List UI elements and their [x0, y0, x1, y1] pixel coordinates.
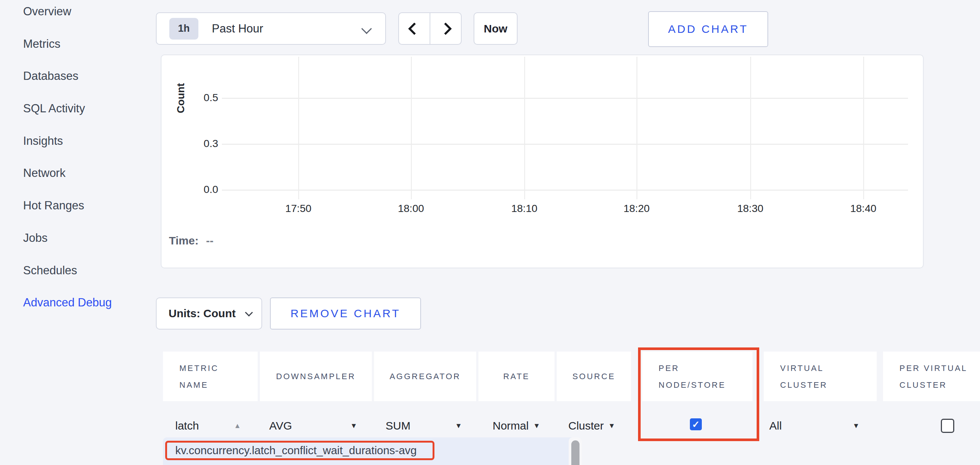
- x-axis-tick: 18:30: [724, 203, 776, 214]
- sidebar-item-hot-ranges[interactable]: Hot Ranges: [23, 199, 150, 232]
- chevron-down-icon: [245, 308, 253, 316]
- aggregator-select[interactable]: SUM ▼: [386, 417, 462, 435]
- gridline: [863, 57, 864, 199]
- column-header-metric-name: METRIC NAME: [163, 352, 258, 401]
- column-header-aggregator: AGGREGATOR: [374, 352, 476, 401]
- rate-select[interactable]: Normal ▼: [493, 417, 540, 435]
- check-icon: ✓: [692, 419, 700, 430]
- time-readout-value: --: [206, 234, 213, 247]
- sidebar-item-advanced-debug[interactable]: Advanced Debug: [23, 296, 150, 328]
- virtual-cluster-select[interactable]: All ▼: [769, 417, 859, 435]
- time-range-selector[interactable]: 1h Past Hour: [156, 12, 386, 45]
- per-node-store-checkbox[interactable]: ✓: [690, 419, 702, 430]
- add-chart-button[interactable]: ADD CHART: [648, 11, 768, 47]
- sidebar-item-metrics[interactable]: Metrics: [23, 37, 150, 70]
- caret-down-icon: ▼: [608, 422, 615, 430]
- downsampler-select[interactable]: AVG ▼: [269, 417, 357, 435]
- time-readout-label: Time:: [169, 234, 198, 247]
- column-header-downsampler: DOWNSAMPLER: [260, 352, 372, 401]
- caret-down-icon: ▼: [853, 422, 859, 430]
- x-axis-tick: 18:10: [498, 203, 550, 214]
- y-axis-tick: 0.5: [181, 92, 218, 104]
- caret-down-icon: ▼: [533, 422, 540, 430]
- source-value: Cluster: [568, 419, 604, 432]
- caret-down-icon: ▼: [455, 422, 462, 430]
- time-nav-arrows: [398, 12, 462, 45]
- rate-value: Normal: [493, 419, 529, 432]
- chevron-right-icon: [439, 22, 452, 35]
- column-header-rate: RATE: [479, 352, 555, 401]
- y-axis-tick: 0.0: [181, 184, 218, 195]
- source-select[interactable]: Cluster ▼: [568, 417, 615, 435]
- column-header-source: SOURCE: [557, 352, 631, 401]
- column-header-per-node-store: PER NODE/STORE: [642, 352, 752, 401]
- column-header-virtual-cluster: VIRTUAL CLUSTER: [764, 352, 877, 401]
- caret-up-icon: ▲: [234, 422, 241, 430]
- gridline: [222, 144, 908, 145]
- hover-time-readout: Time: --: [169, 234, 213, 247]
- downsampler-value: AVG: [269, 419, 292, 432]
- gridline: [411, 57, 412, 199]
- custom-chart-panel: Count 0.5 0.3 0.0 17:50 18:00 18:10 18:2…: [161, 54, 924, 268]
- gridline: [750, 57, 751, 199]
- sidebar-item-jobs[interactable]: Jobs: [23, 232, 150, 264]
- metric-name-input[interactable]: latch ▲: [175, 417, 241, 435]
- caret-down-icon: ▼: [350, 422, 357, 430]
- sidebar-item-insights[interactable]: Insights: [23, 134, 150, 167]
- time-next-button[interactable]: [430, 13, 461, 44]
- dropdown-scrollbar-thumb[interactable]: [571, 440, 579, 465]
- remove-chart-button[interactable]: REMOVE CHART: [270, 297, 421, 329]
- gridline: [222, 98, 908, 99]
- sidebar-item-network[interactable]: Network: [23, 166, 150, 199]
- units-selector[interactable]: Units: Count: [156, 297, 262, 329]
- x-axis-tick: 18:40: [837, 203, 889, 214]
- sidebar-item-sql-activity[interactable]: SQL Activity: [23, 102, 150, 134]
- gridline: [298, 57, 299, 199]
- chevron-down-icon: [361, 24, 372, 34]
- gridline: [222, 190, 908, 191]
- x-axis-tick: 18:00: [385, 203, 437, 214]
- sidebar: Overview Metrics Databases SQL Activity …: [23, 5, 150, 328]
- x-axis-tick: 18:20: [611, 203, 663, 214]
- time-range-label: Past Hour: [212, 22, 263, 35]
- y-axis-tick: 0.3: [181, 138, 218, 150]
- sidebar-item-databases[interactable]: Databases: [23, 69, 150, 102]
- metric-suggestion-item[interactable]: kv.concurrency.latch_conflict_wait_durat…: [165, 441, 434, 460]
- gridline: [636, 57, 637, 199]
- chevron-left-icon: [408, 22, 421, 35]
- column-header-per-virtual-cluster: PER VIRTUAL CLUSTER: [883, 352, 980, 401]
- virtual-cluster-value: All: [769, 419, 782, 432]
- aggregator-value: SUM: [386, 419, 410, 432]
- metric-name-value: latch: [175, 419, 199, 432]
- units-selector-label: Units: Count: [169, 307, 235, 320]
- gridline: [524, 57, 525, 199]
- sidebar-item-overview[interactable]: Overview: [23, 5, 150, 37]
- dropdown-scrollbar-track: [569, 437, 582, 465]
- sidebar-item-schedules[interactable]: Schedules: [23, 264, 150, 296]
- time-range-badge: 1h: [169, 18, 198, 40]
- per-virtual-cluster-checkbox[interactable]: ✓: [941, 419, 954, 433]
- now-button[interactable]: Now: [474, 12, 518, 45]
- time-prev-button[interactable]: [399, 13, 430, 44]
- x-axis-tick: 17:50: [272, 203, 325, 214]
